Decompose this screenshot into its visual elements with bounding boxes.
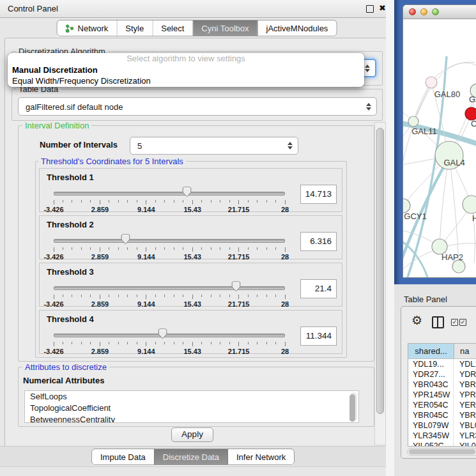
- threshold-value-input[interactable]: 21.4: [300, 279, 337, 298]
- table-row[interactable]: YBR045CYBR0: [408, 410, 476, 420]
- checkbox-checked-icon[interactable]: ✓: [459, 319, 466, 326]
- slider-thumb[interactable]: [182, 187, 192, 197]
- red-node[interactable]: [465, 107, 476, 120]
- tick-mark: [248, 247, 249, 250]
- list-scrollbar[interactable]: [350, 392, 357, 421]
- tick-mark: [229, 247, 230, 250]
- tick-mark: [248, 200, 249, 203]
- tick-mark: [118, 247, 119, 250]
- tick-mark: [201, 247, 202, 250]
- tab-style[interactable]: Style: [116, 20, 152, 36]
- stepper-icon: [288, 142, 293, 150]
- network-window: GAL80GACGAL11GAL4GCY1HHAP2: [403, 4, 476, 278]
- tick-label: 9.144: [137, 253, 155, 261]
- attribute-item[interactable]: BetweennessCentrality: [25, 414, 358, 423]
- gray-edge[interactable]: [431, 62, 475, 82]
- tab-impute-data[interactable]: Impute Data: [92, 449, 154, 464]
- threshold-value-input[interactable]: 11.344: [300, 326, 337, 346]
- table-cell: YIL052C: [408, 441, 454, 447]
- table-h-scrollbar[interactable]: [407, 448, 476, 456]
- table-row[interactable]: YDR27...YDR2: [408, 369, 476, 380]
- table-cell: YBL0: [454, 420, 476, 431]
- panel-divider[interactable]: [386, 0, 394, 476]
- table-cell: YLR3: [454, 431, 476, 441]
- tick-mark: [248, 342, 249, 344]
- cyni-mode-tab-bar: Impute DataDiscretize DataInfer Network: [91, 449, 295, 465]
- tab-label: jActiveMNodules: [266, 24, 328, 33]
- slider-thumb[interactable]: [158, 328, 167, 339]
- green-node[interactable]: [408, 116, 418, 127]
- attribute-item[interactable]: SelfLoops: [25, 391, 358, 403]
- num-intervals-combobox[interactable]: 5: [130, 137, 298, 155]
- table-row[interactable]: YER054CYER0: [408, 400, 476, 410]
- tab-cyni-toolbox[interactable]: Cyni Toolbox: [192, 20, 257, 36]
- table-data-combobox[interactable]: galFiltered.sif default node: [18, 97, 377, 116]
- attributes-listbox[interactable]: SelfLoopsTopologicalCoefficientBetweenne…: [24, 390, 359, 423]
- close-icon[interactable]: ✖: [379, 3, 386, 13]
- node-attribute-table[interactable]: shared...na YDL19...YDL1YDR27...YDR2YBR0…: [408, 343, 476, 447]
- green-node[interactable]: [463, 196, 476, 213]
- float-window-icon[interactable]: [366, 5, 374, 13]
- table-row[interactable]: YPR145WYPR1: [408, 390, 476, 400]
- column-view-icon[interactable]: [432, 316, 444, 328]
- threshold-slider[interactable]: -3.4262.8599.14415.4321.71528: [54, 280, 285, 304]
- pink-node[interactable]: [426, 77, 437, 88]
- tick-mark: [81, 295, 82, 297]
- green-node[interactable]: [403, 199, 410, 213]
- tick-mark: [72, 295, 72, 297]
- green-node[interactable]: [452, 260, 465, 273]
- tab-infer-network[interactable]: Infer Network: [227, 449, 294, 464]
- column-header-na[interactable]: na: [454, 344, 476, 358]
- table-cell: YBR0: [454, 380, 476, 390]
- threshold-panel: Threshold 4-3.4262.8599.14415.4321.71528…: [39, 310, 342, 354]
- threshold-slider[interactable]: -3.4262.8599.14415.4321.71528: [54, 185, 285, 210]
- tick-mark: [72, 247, 72, 250]
- zoom-light-icon[interactable]: [432, 8, 439, 15]
- network-canvas[interactable]: GAL80GACGAL11GAL4GCY1HHAP2: [403, 19, 476, 277]
- node-label: C: [471, 119, 476, 128]
- tab-label: Network: [78, 24, 109, 33]
- tab-label: Cyni Toolbox: [201, 24, 249, 33]
- algorithm-option-equal-width-frequency-discretization[interactable]: Equal Width/Frequency Discretization: [8, 75, 364, 86]
- tick-mark: [229, 295, 230, 297]
- threshold-value-input[interactable]: 14.713: [300, 185, 337, 204]
- threshold-slider[interactable]: -3.4262.8599.14415.4321.71528: [54, 327, 285, 351]
- list-scrollbar-thumb[interactable]: [349, 394, 355, 422]
- gray-edge[interactable]: [413, 82, 431, 121]
- threshold-panel: Threshold 1-3.4262.8599.14415.4321.71528…: [39, 168, 342, 212]
- teal-edge[interactable]: [403, 239, 429, 277]
- slider-thumb[interactable]: [121, 234, 130, 245]
- tick-mark: [81, 200, 82, 203]
- table-row[interactable]: YBL079WYBL0: [408, 420, 476, 431]
- tick-label: -3.426: [43, 206, 63, 213]
- tick-mark: [174, 295, 174, 297]
- table-row[interactable]: YBR043CYBR0: [408, 380, 476, 390]
- table-cell: YBR045C: [408, 410, 454, 420]
- tick-label: 2.859: [91, 300, 109, 308]
- table-cell: YPR1: [454, 390, 476, 400]
- column-header-shared-[interactable]: shared...: [408, 344, 454, 358]
- threshold-slider[interactable]: -3.4262.8599.14415.4321.71528: [54, 233, 285, 257]
- tick-label: -3.426: [43, 253, 63, 261]
- apply-button[interactable]: Apply: [171, 427, 213, 442]
- tab-network[interactable]: Network: [58, 20, 117, 36]
- tick-label: -3.426: [43, 348, 63, 355]
- tab-select[interactable]: Select: [152, 20, 192, 36]
- minimize-light-icon[interactable]: [420, 8, 427, 15]
- table-row[interactable]: YDL19...YDL1: [408, 359, 476, 369]
- gear-icon[interactable]: ⚙: [411, 314, 422, 326]
- close-light-icon[interactable]: [409, 8, 416, 15]
- algorithm-option-manual-discretization[interactable]: Manual Discretization: [8, 65, 364, 75]
- tab-discretize-data[interactable]: Discretize Data: [154, 449, 227, 464]
- tab-jactivemnodules[interactable]: jActiveMNodules: [257, 20, 337, 36]
- table-h-scrollbar-thumb[interactable]: [409, 449, 475, 454]
- table-cell: YDR27...: [408, 369, 454, 380]
- attribute-item[interactable]: TopologicalCoefficient: [25, 403, 358, 414]
- checkbox-checked-icon[interactable]: ✓: [451, 319, 458, 326]
- scrollbar-thumb[interactable]: [376, 128, 384, 414]
- settings-scrollbar[interactable]: [374, 122, 386, 445]
- table-row[interactable]: YLR345WYLR3: [408, 431, 476, 441]
- slider-thumb[interactable]: [231, 281, 241, 292]
- threshold-value-input[interactable]: 6.316: [300, 232, 337, 251]
- table-row[interactable]: YIL052CYIL0: [408, 441, 476, 447]
